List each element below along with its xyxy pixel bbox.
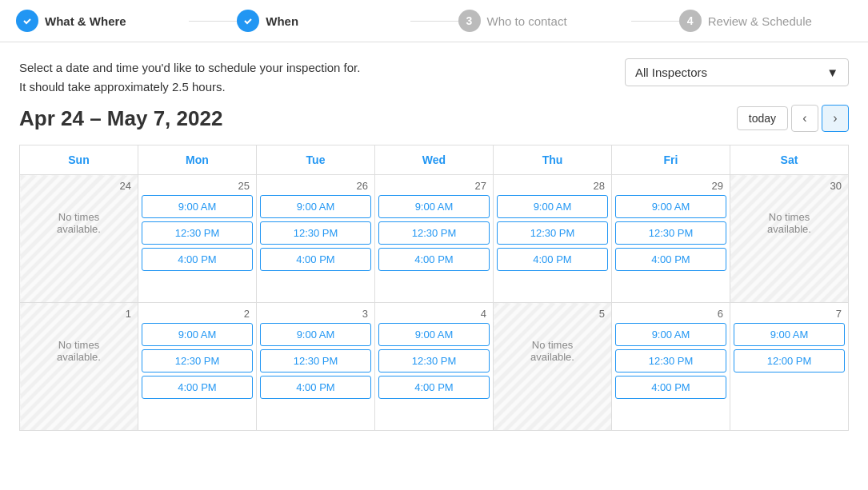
day-number-6: 6 xyxy=(615,306,726,323)
slot-may6-2[interactable]: 12:30 PM xyxy=(615,349,726,372)
col-header-fri: Fri xyxy=(612,145,730,175)
col-header-sun: Sun xyxy=(20,145,138,175)
slot-may2-3[interactable]: 4:00 PM xyxy=(142,376,253,399)
day-may-7: 7 9:00 AM 12:00 PM xyxy=(730,303,849,431)
next-button[interactable]: › xyxy=(822,105,849,132)
day-number-24: 24 xyxy=(23,178,134,195)
day-number-7: 7 xyxy=(734,306,845,323)
inspector-dropdown[interactable]: All Inspectors ▼ xyxy=(625,58,849,86)
day-may-4: 4 9:00 AM 12:30 PM 4:00 PM xyxy=(375,303,494,431)
step-3-label: Who to contact xyxy=(487,14,567,28)
day-may-3: 3 9:00 AM 12:30 PM 4:00 PM xyxy=(257,303,375,431)
slot-apr26-2[interactable]: 12:30 PM xyxy=(260,221,371,245)
day-may-6: 6 9:00 AM 12:30 PM 4:00 PM xyxy=(612,303,730,431)
slot-apr26-1[interactable]: 9:00 AM xyxy=(260,195,371,218)
step-3-number: 3 xyxy=(466,14,473,27)
wizard-step-what-where[interactable]: What & Where xyxy=(16,10,189,32)
day-number-1: 1 xyxy=(23,306,134,323)
no-times-apr-24: No timesavailable. xyxy=(23,195,134,251)
main-content: Select a date and time you'd like to sch… xyxy=(0,42,868,447)
wizard-header: What & Where When 3 Who to contact 4 Rev… xyxy=(0,0,868,42)
slot-apr26-3[interactable]: 4:00 PM xyxy=(260,248,371,271)
nav-controls: today ‹ › xyxy=(737,105,849,132)
week-2-row: 1 No timesavailable. 2 9:00 AM 12:30 PM … xyxy=(20,303,849,431)
slot-may4-3[interactable]: 4:00 PM xyxy=(378,376,490,399)
date-nav-row: Apr 24 – May 7, 2022 today ‹ › xyxy=(19,105,849,132)
day-number-29: 29 xyxy=(615,178,726,195)
top-row: Select a date and time you'd like to sch… xyxy=(19,58,849,97)
day-apr-27: 27 9:00 AM 12:30 PM 4:00 PM xyxy=(375,175,494,303)
slot-apr27-1[interactable]: 9:00 AM xyxy=(378,195,490,218)
calendar: Sun Mon Tue Wed Thu Fri Sat 24 No timesa… xyxy=(19,145,849,431)
day-apr-28: 28 9:00 AM 12:30 PM 4:00 PM xyxy=(494,175,612,303)
wizard-step-review-schedule[interactable]: 4 Review & Schedule xyxy=(679,10,852,32)
inspector-dropdown-label: All Inspectors xyxy=(635,66,707,79)
svg-point-1 xyxy=(243,16,253,26)
no-times-apr-30: No timesavailable. xyxy=(734,195,845,251)
slot-apr25-2[interactable]: 12:30 PM xyxy=(142,221,253,245)
slot-may6-1[interactable]: 9:00 AM xyxy=(615,323,726,346)
slot-may2-2[interactable]: 12:30 PM xyxy=(142,349,253,372)
dropdown-arrow-icon: ▼ xyxy=(826,66,838,79)
step-4-number: 4 xyxy=(687,14,694,27)
step-3-icon: 3 xyxy=(458,10,481,32)
no-times-may-5: No timesavailable. xyxy=(497,323,608,379)
day-apr-25: 25 9:00 AM 12:30 PM 4:00 PM xyxy=(138,175,257,303)
slot-apr25-3[interactable]: 4:00 PM xyxy=(142,248,253,271)
slot-may4-1[interactable]: 9:00 AM xyxy=(378,323,490,346)
step-4-label: Review & Schedule xyxy=(708,14,812,28)
step-2-label: When xyxy=(266,14,298,28)
slot-may6-3[interactable]: 4:00 PM xyxy=(615,376,726,399)
day-number-26: 26 xyxy=(260,178,371,195)
day-may-1: 1 No timesavailable. xyxy=(20,303,138,431)
today-button[interactable]: today xyxy=(737,106,788,130)
day-number-5: 5 xyxy=(497,306,608,323)
calendar-header-row: Sun Mon Tue Wed Thu Fri Sat xyxy=(20,145,849,175)
slot-apr28-2[interactable]: 12:30 PM xyxy=(497,221,608,245)
no-times-may-1: No timesavailable. xyxy=(23,323,134,379)
day-apr-26: 26 9:00 AM 12:30 PM 4:00 PM xyxy=(257,175,375,303)
slot-may3-3[interactable]: 4:00 PM xyxy=(260,376,371,399)
day-number-27: 27 xyxy=(378,178,490,195)
slot-may7-2[interactable]: 12:00 PM xyxy=(734,349,845,372)
day-number-25: 25 xyxy=(142,178,253,195)
slot-apr29-2[interactable]: 12:30 PM xyxy=(615,221,726,245)
slot-apr27-3[interactable]: 4:00 PM xyxy=(378,248,490,271)
step-2-icon xyxy=(237,10,259,32)
col-header-thu: Thu xyxy=(494,145,612,175)
slot-may4-2[interactable]: 12:30 PM xyxy=(378,349,490,372)
wizard-step-who-to-contact[interactable]: 3 Who to contact xyxy=(458,10,631,32)
col-header-wed: Wed xyxy=(375,145,494,175)
description-line2: It should take approximately 2.5 hours. xyxy=(19,78,360,97)
slot-apr28-1[interactable]: 9:00 AM xyxy=(497,195,608,218)
day-apr-24: 24 No timesavailable. xyxy=(20,175,138,303)
week-1-row: 24 No timesavailable. 25 9:00 AM 12:30 P… xyxy=(20,175,849,303)
svg-point-0 xyxy=(22,16,32,26)
col-header-tue: Tue xyxy=(257,145,375,175)
wizard-step-when[interactable]: When xyxy=(237,10,410,32)
slot-apr27-2[interactable]: 12:30 PM xyxy=(378,221,490,245)
prev-button[interactable]: ‹ xyxy=(791,105,818,132)
slot-may2-1[interactable]: 9:00 AM xyxy=(142,323,253,346)
slot-may3-2[interactable]: 12:30 PM xyxy=(260,349,371,372)
description-line1: Select a date and time you'd like to sch… xyxy=(19,58,360,78)
slot-may7-1[interactable]: 9:00 AM xyxy=(734,323,845,346)
col-header-sat: Sat xyxy=(730,145,849,175)
day-may-5: 5 No timesavailable. xyxy=(494,303,612,431)
slot-may3-1[interactable]: 9:00 AM xyxy=(260,323,371,346)
day-number-3: 3 xyxy=(260,306,371,323)
day-apr-29: 29 9:00 AM 12:30 PM 4:00 PM xyxy=(612,175,730,303)
slot-apr25-1[interactable]: 9:00 AM xyxy=(142,195,253,218)
date-range-title: Apr 24 – May 7, 2022 xyxy=(19,106,222,131)
slot-apr29-3[interactable]: 4:00 PM xyxy=(615,248,726,271)
slot-apr28-3[interactable]: 4:00 PM xyxy=(497,248,608,271)
day-number-28: 28 xyxy=(497,178,608,195)
col-header-mon: Mon xyxy=(138,145,257,175)
slot-apr29-1[interactable]: 9:00 AM xyxy=(615,195,726,218)
day-number-4: 4 xyxy=(378,306,490,323)
day-number-30: 30 xyxy=(734,178,845,195)
step-1-icon xyxy=(16,10,38,32)
day-may-2: 2 9:00 AM 12:30 PM 4:00 PM xyxy=(138,303,257,431)
description: Select a date and time you'd like to sch… xyxy=(19,58,360,97)
step-1-label: What & Where xyxy=(45,14,126,28)
